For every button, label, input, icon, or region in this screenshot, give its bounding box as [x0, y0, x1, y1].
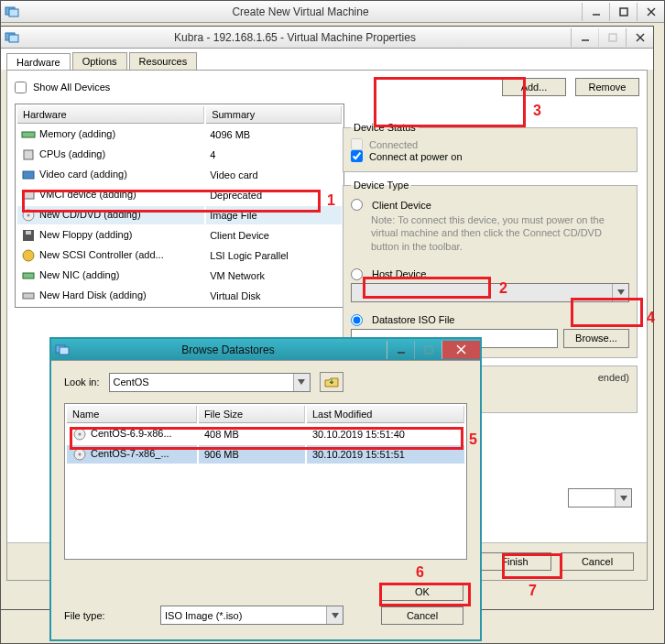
finish-button[interactable]: Finish: [478, 552, 551, 571]
col-modified: Last Modified: [307, 406, 464, 423]
svg-rect-28: [425, 346, 432, 354]
chevron-down-icon: [612, 284, 628, 301]
svg-marker-24: [620, 496, 627, 501]
browse-ok-button[interactable]: OK: [381, 583, 463, 601]
tab-options[interactable]: Options: [72, 52, 127, 70]
hardware-row[interactable]: Memory (adding)4096 MB: [17, 126, 342, 144]
virtual-node-combo[interactable]: [568, 488, 632, 508]
connect-at-poweron-checkbox[interactable]: Connect at power on: [351, 150, 629, 162]
props-title: Kubra - 192.168.1.65 - Virtual Machine P…: [19, 31, 571, 44]
svg-rect-1: [9, 9, 18, 16]
cpu-icon: [21, 147, 36, 162]
hardware-row[interactable]: New CD/DVD (adding)Image File: [17, 206, 342, 224]
browse-maximize-button: [414, 341, 442, 359]
tab-bar: Hardware Options Resources: [1, 49, 653, 70]
cd-icon: [72, 447, 87, 462]
video-icon: [21, 168, 36, 182]
vmware-icon: [5, 30, 19, 45]
floppy-icon: [21, 228, 36, 243]
hardware-table: Hardware Summary Memory (adding)4096 MBC…: [15, 104, 344, 308]
outer-maximize-button[interactable]: [609, 3, 637, 21]
show-all-devices-checkbox[interactable]: Show All Devices: [15, 82, 493, 93]
svg-rect-26: [60, 347, 69, 355]
remove-button[interactable]: Remove: [575, 78, 639, 96]
device-type-group: Device Type Client Device Note: To conne…: [343, 180, 638, 358]
outer-close-button[interactable]: [637, 3, 664, 21]
tab-hardware[interactable]: Hardware: [6, 53, 71, 71]
vmci-icon: [21, 188, 36, 202]
svg-marker-36: [332, 613, 339, 618]
svg-point-20: [23, 250, 34, 261]
svg-point-35: [79, 453, 82, 456]
svg-rect-22: [23, 293, 34, 299]
svg-rect-13: [24, 150, 33, 159]
tab-resources[interactable]: Resources: [129, 52, 198, 70]
device-status-group: Device Status Connected Connect at power…: [343, 122, 638, 172]
svg-rect-21: [23, 273, 34, 278]
hardware-row[interactable]: CPUs (adding)4: [17, 146, 342, 164]
svg-rect-9: [609, 34, 616, 41]
connected-checkbox: Connected: [351, 138, 629, 150]
browse-button[interactable]: Browse...: [563, 329, 629, 348]
browse-titlebar: Browse Datastores: [51, 339, 480, 361]
col-name: Name: [67, 406, 197, 423]
datastore-iso-radio[interactable]: Datastore ISO File: [351, 311, 629, 329]
look-in-combo[interactable]: CentOS: [109, 373, 311, 392]
hardware-row[interactable]: New NIC (adding)VM Network: [17, 267, 342, 285]
nic-icon: [21, 268, 36, 283]
browse-title: Browse Datastores: [70, 344, 387, 356]
col-summary: Summary: [206, 106, 342, 124]
props-minimize-button[interactable]: [571, 28, 598, 47]
col-size: File Size: [199, 406, 305, 423]
host-device-radio[interactable]: Host Device: [351, 266, 629, 283]
cd-icon: [72, 427, 87, 442]
svg-rect-19: [26, 231, 31, 235]
file-row[interactable]: CentOS-6.9-x86...408 MB30.10.2019 15:51:…: [67, 425, 464, 443]
add-button[interactable]: Add...: [502, 78, 566, 96]
hdd-icon: [21, 289, 36, 303]
outer-titlebar: Create New Virtual Machine: [1, 1, 664, 23]
props-cancel-button[interactable]: Cancel: [561, 552, 634, 571]
browse-close-button[interactable]: [442, 341, 480, 359]
svg-rect-7: [9, 35, 18, 42]
hardware-row[interactable]: Video card (adding)Video card: [17, 166, 342, 184]
browse-cancel-button[interactable]: Cancel: [381, 606, 463, 625]
hardware-row[interactable]: New Floppy (adding)Client Device: [17, 226, 342, 245]
host-device-combo: [351, 283, 629, 302]
look-in-label: Look in:: [64, 377, 100, 387]
vmware-icon: [5, 5, 19, 19]
svg-marker-31: [298, 379, 305, 385]
svg-rect-12: [22, 132, 35, 137]
client-device-radio[interactable]: Client Device: [351, 196, 629, 213]
browse-minimize-button[interactable]: [387, 341, 414, 359]
svg-rect-14: [23, 171, 34, 179]
memory-icon: [21, 127, 36, 142]
cd-icon: [21, 208, 36, 223]
outer-minimize-button[interactable]: [582, 3, 609, 21]
hardware-row[interactable]: VMCI device (adding)Deprecated: [17, 186, 342, 204]
hardware-row[interactable]: New SCSI Controller (add...LSI Logic Par…: [17, 246, 342, 265]
props-titlebar: Kubra - 192.168.1.65 - Virtual Machine P…: [1, 27, 653, 49]
props-maximize-button: [598, 28, 626, 47]
svg-point-33: [79, 433, 82, 436]
datastore-file-list[interactable]: Name File Size Last Modified CentOS-6.9-…: [64, 403, 467, 560]
browse-datastores-dialog: Browse Datastores Look in: CentOS Name F…: [49, 337, 482, 641]
vmware-icon: [55, 343, 70, 357]
client-device-note: Note: To connect this device, you must p…: [351, 213, 629, 253]
file-type-label: File type:: [64, 610, 151, 621]
file-row[interactable]: CentOS-7-x86_...906 MB30.10.2019 15:51:5…: [67, 445, 464, 464]
scsi-icon: [21, 248, 36, 263]
file-type-combo[interactable]: ISO Image (*.iso): [160, 606, 343, 625]
folder-up-button[interactable]: [320, 372, 343, 392]
outer-title: Create New Virtual Machine: [19, 5, 582, 18]
col-hardware: Hardware: [17, 106, 204, 124]
svg-rect-3: [620, 8, 627, 16]
svg-rect-15: [23, 191, 34, 199]
svg-point-17: [27, 214, 30, 217]
svg-marker-23: [617, 289, 625, 295]
chevron-down-icon: [326, 606, 343, 624]
props-close-button[interactable]: [626, 28, 653, 47]
hardware-row[interactable]: New Hard Disk (adding)Virtual Disk: [17, 287, 342, 305]
chevron-down-icon: [293, 374, 310, 391]
